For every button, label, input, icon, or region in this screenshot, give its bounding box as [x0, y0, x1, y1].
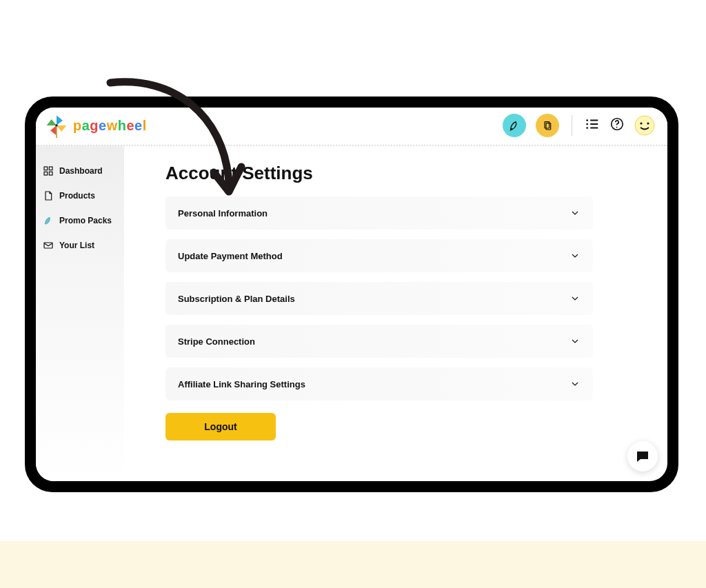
logout-label: Logout: [204, 421, 236, 432]
page-title: Account Settings: [165, 163, 640, 184]
brand-name: pagewheel: [73, 118, 147, 134]
section-label: Affiliate Link Sharing Settings: [178, 379, 305, 389]
sidebar-item-products[interactable]: Products: [36, 183, 124, 208]
top-actions: [503, 114, 655, 137]
section-stripe-connection[interactable]: Stripe Connection: [165, 325, 593, 358]
svg-rect-7: [546, 123, 551, 130]
brand[interactable]: pagewheel: [44, 113, 147, 138]
svg-marker-3: [47, 119, 57, 125]
section-update-payment-method[interactable]: Update Payment Method: [165, 239, 593, 272]
svg-rect-19: [44, 167, 48, 170]
chevron-down-icon: [569, 250, 581, 261]
app-screen: pagewheel: [36, 108, 667, 481]
sidebar-item-your-list[interactable]: Your List: [36, 233, 124, 258]
chat-widget-button[interactable]: [627, 441, 658, 472]
section-label: Update Payment Method: [178, 251, 283, 261]
chevron-down-icon: [569, 207, 581, 219]
svg-rect-21: [44, 172, 48, 175]
chat-icon: [634, 448, 651, 465]
chevron-down-icon: [569, 293, 581, 304]
sidebar-item-promo-packs[interactable]: Promo Packs: [36, 208, 124, 233]
header-help-button[interactable]: [609, 116, 625, 134]
list-icon: [585, 116, 600, 132]
svg-rect-20: [49, 167, 52, 170]
page-footer-strip: [0, 541, 706, 588]
help-icon: [609, 116, 625, 132]
section-personal-information[interactable]: Personal Information: [165, 196, 593, 230]
rocket-icon: [43, 215, 54, 226]
header-list-button[interactable]: [585, 116, 600, 134]
header-rocket-button[interactable]: [503, 114, 526, 137]
top-bar: pagewheel: [36, 108, 667, 146]
sidebar-item-dashboard[interactable]: Dashboard: [36, 159, 124, 183]
device-frame: pagewheel: [25, 97, 678, 492]
sidebar-item-label: Promo Packs: [59, 216, 112, 225]
svg-point-12: [586, 127, 588, 129]
svg-marker-2: [50, 125, 57, 135]
file-icon: [43, 190, 54, 201]
sidebar-item-label: Dashboard: [59, 166, 103, 176]
sidebar-item-label: Products: [59, 191, 95, 201]
section-subscription-plan-details[interactable]: Subscription & Plan Details: [165, 282, 593, 315]
section-affiliate-link-sharing[interactable]: Affiliate Link Sharing Settings: [165, 367, 593, 401]
sidebar: Dashboard Products Promo Packs Your List: [36, 146, 124, 481]
smiley-avatar-icon[interactable]: [634, 115, 655, 136]
pinwheel-logo-icon: [44, 113, 69, 138]
svg-point-8: [586, 119, 588, 121]
svg-point-17: [640, 122, 642, 124]
chevron-down-icon: [569, 378, 581, 389]
rocket-icon: [508, 119, 521, 132]
svg-rect-22: [49, 172, 52, 175]
divider: [572, 115, 572, 136]
sidebar-item-label: Your List: [59, 241, 94, 250]
header-copy-button[interactable]: [536, 114, 559, 137]
section-label: Stripe Connection: [178, 336, 255, 347]
svg-point-16: [635, 116, 654, 135]
svg-point-18: [647, 122, 649, 124]
copy-icon: [542, 120, 553, 131]
svg-marker-1: [57, 125, 66, 132]
grid-icon: [43, 165, 54, 176]
svg-point-15: [616, 127, 618, 128]
svg-marker-0: [57, 116, 63, 125]
section-label: Subscription & Plan Details: [178, 294, 295, 304]
mail-icon: [43, 240, 54, 251]
logout-button[interactable]: Logout: [165, 413, 276, 440]
svg-point-4: [55, 124, 58, 127]
settings-accordion: Personal Information Update Payment Meth…: [165, 196, 593, 401]
main-content: Account Settings Personal Information Up…: [124, 146, 667, 481]
svg-point-10: [586, 123, 588, 125]
section-label: Personal Information: [178, 208, 268, 219]
svg-rect-6: [545, 122, 549, 128]
chevron-down-icon: [569, 336, 581, 347]
